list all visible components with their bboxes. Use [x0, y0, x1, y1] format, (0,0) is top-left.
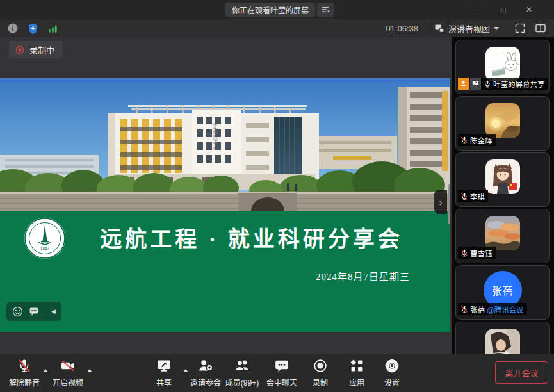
- recording-dot-icon: [15, 45, 24, 54]
- share-screen-label: 共享: [156, 377, 172, 388]
- recording-status-badge[interactable]: 录制中: [9, 41, 63, 58]
- network-signal-icon[interactable]: [47, 23, 58, 34]
- mic-on-icon: [484, 80, 491, 88]
- participant-label: 曹雪钰: [458, 247, 496, 259]
- participant-avatar: [485, 159, 520, 194]
- meeting-chat-icon: [273, 357, 290, 374]
- svg-text:1957: 1957: [40, 246, 50, 250]
- chevron-right-icon: ›: [439, 197, 443, 208]
- camera-off-icon: [60, 357, 76, 374]
- view-mode-label: 演讲者视图: [448, 22, 490, 35]
- watching-screen-title: 你正在观看叶莹的屏幕: [225, 3, 315, 17]
- leave-meeting-button[interactable]: 离开会议: [495, 361, 548, 384]
- screen-list-menu-button[interactable]: [317, 3, 334, 17]
- apps-button[interactable]: 应用: [348, 357, 365, 388]
- leave-meeting-label: 离开会议: [505, 366, 538, 379]
- settings-gear-icon: [384, 357, 400, 374]
- participant-name-suffix: @腾讯会议: [487, 304, 524, 314]
- collapse-left-icon[interactable]: ◀: [51, 309, 56, 314]
- shared-screen-stage: 录制中: [0, 37, 452, 354]
- meeting-topbar: 01:06:38 演讲者视图: [0, 19, 554, 37]
- close-button[interactable]: ✕: [516, 0, 542, 19]
- slide-title: 远航工程 · 就业科研分享会: [64, 222, 439, 253]
- participants-sidebar: 叶莹的屏幕共享: [452, 37, 554, 354]
- settings-label: 设置: [384, 377, 400, 388]
- record-button[interactable]: 录制: [312, 357, 329, 388]
- view-mode-button[interactable]: 演讲者视图: [434, 22, 499, 35]
- split-panel-icon: [535, 22, 546, 34]
- participant-tile[interactable]: 陈金辉: [455, 96, 550, 151]
- unmute-button[interactable]: 解除静音: [9, 357, 40, 388]
- screen-share-badge-icon: [470, 78, 481, 90]
- apps-grid-icon: [348, 357, 365, 374]
- share-options-caret[interactable]: [183, 369, 188, 372]
- close-icon: ✕: [526, 5, 532, 14]
- slide-banner: 1957 远航工程 · 就业科研分享会 2024年8月7日星期三: [0, 211, 450, 332]
- campus-photo-scene: [0, 78, 450, 211]
- titlebar: 你正在观看叶莹的屏幕 – □ ✕: [0, 0, 554, 19]
- unmute-label: 解除静音: [9, 377, 40, 388]
- video-options-caret[interactable]: [87, 369, 92, 372]
- members-button[interactable]: 成员(99+): [225, 357, 259, 388]
- person-avatar-image: [485, 329, 520, 354]
- participant-name: 李琪: [470, 192, 485, 202]
- speaker-view-layout-icon: [434, 23, 444, 33]
- reaction-bar: ◀: [6, 302, 61, 321]
- participant-name: 张蓓: [470, 304, 485, 314]
- participant-avatar: [485, 103, 520, 138]
- presenter-badge-icon: [458, 78, 469, 90]
- meeting-info-icon[interactable]: [7, 22, 19, 34]
- chat-button[interactable]: 会中聊天: [266, 357, 297, 388]
- share-screen-button[interactable]: 共享: [156, 357, 172, 388]
- sidebar-collapse-handle[interactable]: ›: [434, 190, 447, 214]
- recording-label: 录制中: [29, 44, 54, 56]
- participant-label: 叶莹的屏幕共享: [458, 78, 548, 90]
- maximize-button[interactable]: □: [491, 0, 516, 19]
- audio-options-caret[interactable]: [43, 369, 48, 372]
- slide-date: 2024年8月7日星期三: [316, 269, 410, 282]
- participant-name: 叶莹的屏幕共享: [493, 79, 545, 89]
- participant-tile[interactable]: 叶莹的屏幕共享: [455, 40, 550, 94]
- minimize-button[interactable]: –: [465, 0, 491, 19]
- invite-button[interactable]: 邀请参会: [190, 357, 221, 388]
- participant-name: 曹雪钰: [470, 248, 493, 258]
- participant-avatar: [485, 216, 520, 250]
- chat-bubble-icon[interactable]: [29, 306, 39, 316]
- fullscreen-icon: [514, 22, 526, 34]
- meeting-security-shield-icon[interactable]: [27, 22, 39, 35]
- participant-avatar: [485, 329, 520, 354]
- minimize-icon: –: [476, 5, 480, 14]
- start-video-button[interactable]: 开启视频: [53, 357, 83, 388]
- record-icon: [312, 357, 329, 374]
- watching-screen-label: 你正在观看叶莹的屏幕: [232, 4, 309, 15]
- stage-scrollbar[interactable]: [448, 184, 450, 224]
- participant-tile[interactable]: 李琪: [455, 152, 550, 207]
- participant-avatar: [485, 47, 520, 81]
- meeting-window: 你正在观看叶莹的屏幕 – □ ✕: [0, 0, 554, 392]
- participant-label: 张蓓@腾讯会议: [458, 303, 527, 315]
- topbar-divider: [427, 24, 427, 33]
- apps-label: 应用: [349, 377, 364, 388]
- meeting-timer: 01:06:38: [386, 24, 418, 33]
- building-sign-text: 学生活动中心: [213, 123, 217, 150]
- side-panel-toggle-button[interactable]: [532, 20, 549, 37]
- settings-button[interactable]: 设置: [384, 357, 400, 388]
- record-label: 录制: [313, 377, 328, 388]
- participant-label: 李琪: [458, 190, 488, 202]
- participant-tile[interactable]: [455, 322, 550, 354]
- share-screen-icon: [156, 357, 172, 374]
- invite-label: 邀请参会: [190, 377, 221, 388]
- rabbit-avatar-icon: [485, 47, 520, 81]
- invite-person-icon: [197, 357, 214, 374]
- maximize-icon: □: [501, 5, 505, 14]
- school-logo: 1957: [23, 216, 67, 260]
- chevron-down-icon: [494, 27, 499, 30]
- meeting-controls-bar: 解除静音 开启视频 共享: [0, 354, 554, 392]
- fullscreen-button[interactable]: [512, 20, 528, 37]
- start-video-label: 开启视频: [53, 377, 83, 388]
- emoji-reaction-icon[interactable]: [12, 306, 23, 317]
- participant-tile[interactable]: 曹雪钰: [455, 209, 550, 263]
- sunset-avatar-image: [485, 103, 520, 138]
- mic-muted-icon: [460, 193, 468, 200]
- participant-tile[interactable]: 张蓓 张蓓@腾讯会议: [455, 265, 550, 320]
